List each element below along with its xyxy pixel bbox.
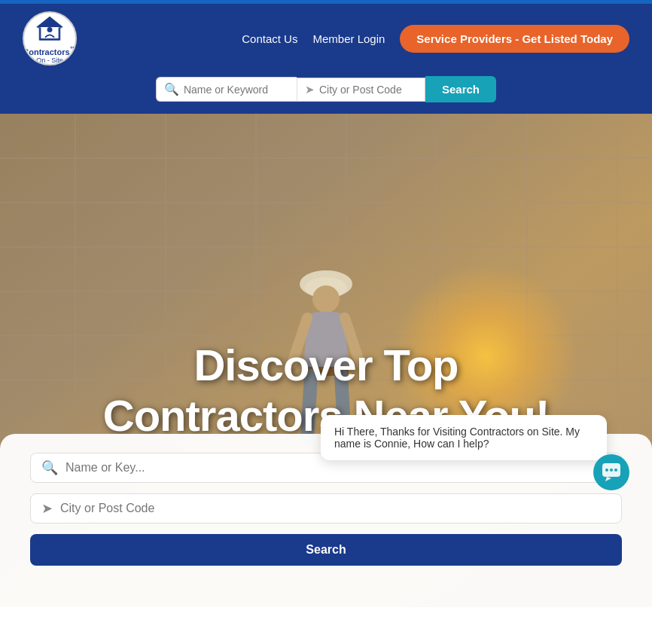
keyword-input-wrapper: 🔍	[156, 77, 297, 102]
bottom-location-wrapper: ➤	[30, 493, 622, 523]
chat-avatar-button[interactable]	[593, 454, 629, 490]
logo-sup: ™	[70, 45, 77, 53]
hero-section: Discover Top Contractors Near You! Hi Th…	[0, 114, 652, 607]
search-icon: 🔍	[164, 82, 179, 96]
contact-us-link[interactable]: Contact Us	[242, 32, 297, 45]
bottom-search-button[interactable]: Search	[30, 534, 622, 566]
logo-icon	[32, 13, 68, 44]
location-icon: ➤	[305, 83, 315, 96]
svg-point-23	[610, 469, 613, 472]
bottom-keyword-input[interactable]	[66, 461, 611, 475]
svg-point-19	[312, 285, 340, 313]
svg-point-3	[47, 27, 53, 32]
chat-bubble: Hi There, Thanks for Visiting Contractor…	[321, 415, 607, 460]
logo-sub: On - Site	[36, 56, 63, 64]
chat-message: Hi There, Thanks for Visiting Contractor…	[334, 426, 580, 450]
member-login-link[interactable]: Member Login	[312, 32, 385, 45]
svg-marker-2	[38, 17, 62, 27]
logo-text: Contractors™	[23, 45, 77, 56]
logo-circle: Contractors™ On - Site	[23, 11, 77, 66]
header-top: Contractors™ On - Site Contact Us Member…	[23, 11, 629, 66]
location-input[interactable]	[319, 84, 417, 96]
search-button[interactable]: Search	[425, 76, 496, 102]
bottom-location-input[interactable]	[60, 502, 611, 515]
get-listed-button[interactable]: Service Providers - Get Listed Today	[400, 25, 629, 53]
header: Contractors™ On - Site Contact Us Member…	[0, 4, 652, 114]
header-search-bar: 🔍 ➤ Search	[156, 76, 496, 102]
hero-title-line1: Discover Top	[193, 340, 458, 389]
chat-icon	[601, 462, 622, 483]
svg-point-24	[614, 469, 617, 472]
bottom-location-icon: ➤	[41, 500, 53, 517]
nav-links: Contact Us Member Login Service Provider…	[242, 25, 629, 53]
location-input-wrapper: ➤	[297, 78, 425, 102]
logo-brand: Contractors	[23, 47, 69, 56]
logo-area: Contractors™ On - Site	[23, 11, 77, 66]
keyword-input[interactable]	[184, 84, 289, 96]
svg-point-22	[605, 469, 608, 472]
bottom-search-icon: 🔍	[41, 459, 58, 476]
